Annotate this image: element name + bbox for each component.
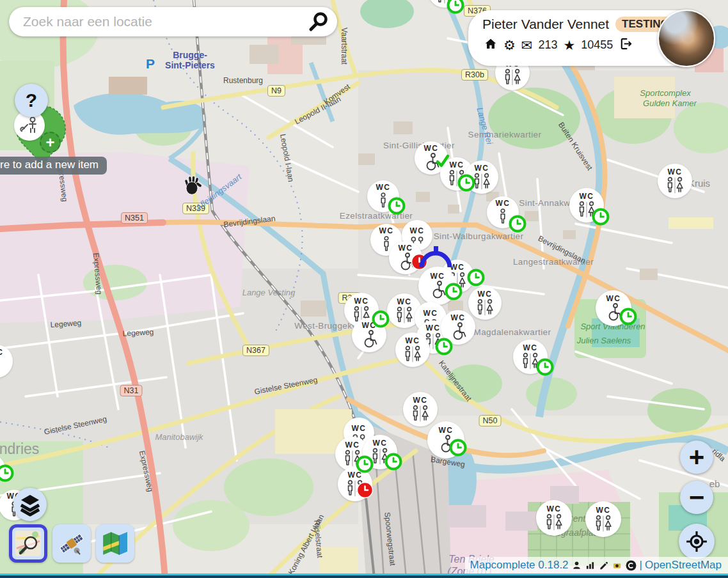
basemap-satellite-button[interactable] bbox=[52, 524, 91, 563]
bottom-strip bbox=[0, 574, 728, 578]
home-icon[interactable] bbox=[484, 37, 498, 53]
road-ref-badge: N367 bbox=[242, 345, 269, 356]
marker-wc-label: WC bbox=[424, 144, 439, 152]
marker-wc-label: WC bbox=[668, 168, 683, 176]
edit-pencil-icon[interactable] bbox=[599, 560, 608, 570]
map-label: Magdalenakwartier bbox=[474, 328, 551, 338]
map-label: ndries bbox=[0, 441, 39, 457]
search-input[interactable] bbox=[22, 13, 308, 30]
marker-wc-label: WC bbox=[450, 161, 464, 169]
map-label: P bbox=[146, 56, 155, 71]
marker-wc-label: WC bbox=[596, 506, 611, 514]
clock-green-badge bbox=[466, 268, 486, 287]
zoom-out-button[interactable]: − bbox=[680, 481, 713, 514]
marker-wc-label: WC bbox=[478, 290, 493, 298]
road-ref-badge: N351 bbox=[121, 212, 148, 224]
attribution-bar: Mapcomplete 0.18.2 | OpenStreetMap bbox=[465, 557, 728, 574]
settings-gear-icon[interactable]: ⚙ bbox=[503, 38, 516, 52]
layers-button[interactable] bbox=[13, 488, 47, 521]
marker-wc-label: WC bbox=[431, 272, 445, 280]
map-label: Julien Saelens bbox=[577, 336, 631, 345]
mapcomplete-app: Brugge-Sint-PietersRustenburgVaartstraat… bbox=[0, 0, 728, 578]
toilet-marker[interactable]: WC bbox=[658, 164, 692, 198]
clock-green-badge bbox=[591, 207, 610, 226]
map-label: Sint-Pieters bbox=[165, 61, 215, 70]
add-item-tooltip: re to add a new item bbox=[0, 157, 107, 175]
basemap-map-button[interactable] bbox=[96, 524, 134, 563]
marker-wc-label: WC bbox=[373, 439, 388, 447]
map-canvas[interactable]: Brugge-Sint-PietersRustenburgVaartstraat… bbox=[0, 0, 728, 578]
marker-wc-label: WC bbox=[413, 396, 428, 404]
mf-toilet-icon bbox=[400, 345, 425, 363]
search-icon bbox=[308, 11, 329, 33]
add-plus-icon[interactable]: + bbox=[40, 132, 61, 153]
mf-toilet-icon bbox=[500, 68, 525, 86]
toilet-marker[interactable]: WC bbox=[536, 500, 572, 536]
map-label: Lange Vesting bbox=[242, 288, 296, 297]
marker-wc-label: WC bbox=[547, 505, 562, 513]
crosshair-icon bbox=[685, 530, 708, 553]
toilet-marker[interactable]: WC bbox=[395, 332, 430, 367]
star-icon[interactable]: ★ bbox=[563, 38, 575, 52]
road-ref-badge: N50 bbox=[479, 415, 502, 426]
marker-wc-label: WC bbox=[439, 426, 454, 434]
clock-green-badge bbox=[355, 455, 374, 474]
messages-icon[interactable]: ✉ bbox=[521, 38, 533, 52]
layers-icon bbox=[18, 492, 42, 517]
copyright-circle-icon[interactable] bbox=[626, 560, 637, 571]
satellite-icon bbox=[57, 529, 86, 558]
clock-green-badge bbox=[508, 214, 527, 233]
marker-wc-label: WC bbox=[475, 164, 489, 172]
attribution-separator: | bbox=[640, 559, 642, 572]
map-label: Vaartstraat bbox=[339, 27, 347, 65]
marker-wc-label: WC bbox=[406, 337, 420, 345]
mf-toilet-icon bbox=[542, 513, 566, 531]
message-count[interactable]: 213 bbox=[538, 38, 557, 52]
clock-green-badge bbox=[387, 196, 406, 215]
mf-toilet-icon bbox=[591, 515, 615, 533]
map-label: Manitobawijk bbox=[155, 433, 203, 442]
map-label: Legeweg bbox=[122, 328, 154, 338]
camera-icon[interactable] bbox=[612, 560, 622, 570]
clock-green-badge bbox=[457, 173, 476, 192]
marker-wc-label: WC bbox=[496, 199, 510, 207]
clock-green-badge bbox=[434, 337, 454, 356]
user-avatar[interactable] bbox=[658, 10, 715, 67]
zoom-in-button[interactable]: + bbox=[680, 441, 713, 474]
toilet-marker[interactable]: WC bbox=[585, 501, 621, 537]
clock-green-badge bbox=[619, 307, 638, 326]
search-button[interactable] bbox=[308, 11, 337, 33]
logout-icon[interactable] bbox=[619, 36, 633, 53]
community-person-icon[interactable] bbox=[572, 560, 582, 570]
statistics-icon[interactable] bbox=[585, 560, 595, 570]
map-label: Gulden Kamer bbox=[643, 99, 697, 108]
app-version-link[interactable]: Mapcomplete 0.18.2 bbox=[470, 559, 569, 572]
marker-wc-label: WC bbox=[376, 184, 391, 191]
map-label: Sportcomplex bbox=[640, 89, 690, 98]
basemap-osm-button[interactable] bbox=[9, 524, 47, 563]
check-badge bbox=[434, 153, 451, 169]
wheelchair-toilet-icon bbox=[358, 330, 380, 349]
star-count[interactable]: 10455 bbox=[581, 38, 613, 52]
toilet-marker[interactable]: WC bbox=[403, 392, 438, 426]
hand-cursor-icon bbox=[181, 173, 203, 197]
clock-green-badge bbox=[446, 0, 465, 15]
geolocate-button[interactable] bbox=[679, 524, 715, 559]
basemap-switcher bbox=[9, 524, 134, 563]
clock-green-badge bbox=[384, 452, 403, 471]
clock-green-badge bbox=[0, 464, 15, 483]
marker-wc-label: WC bbox=[580, 192, 594, 200]
clock-red-badge bbox=[356, 481, 374, 499]
map-label: Seminariekwartier bbox=[468, 130, 542, 140]
folded-map-icon bbox=[100, 529, 130, 558]
marker-wc-label: WC bbox=[523, 344, 538, 352]
selected-pin-arc bbox=[417, 246, 454, 269]
osm-map-icon bbox=[14, 529, 42, 558]
mf-toilet-icon bbox=[408, 405, 432, 423]
marker-wc-label: WC bbox=[410, 227, 425, 235]
mf-toilet-icon bbox=[392, 306, 416, 324]
help-button[interactable]: ? bbox=[15, 84, 48, 117]
toilet-marker[interactable]: WC bbox=[468, 286, 502, 320]
osm-link[interactable]: OpenStreetMap bbox=[645, 559, 722, 572]
marker-wc-label: WC bbox=[345, 441, 360, 449]
